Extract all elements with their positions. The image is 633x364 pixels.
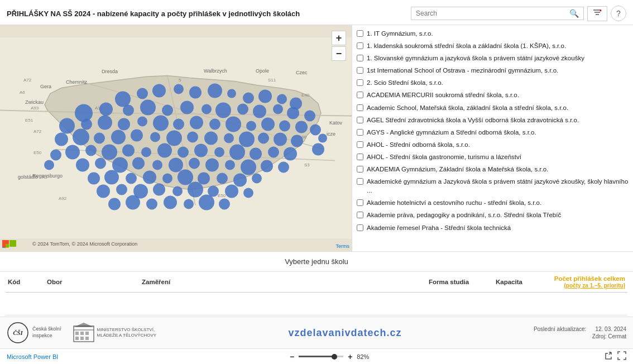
svg-point-92 [102,145,117,160]
svg-point-76 [55,133,68,146]
school-list-item[interactable]: AGYS - Anglické gymnázium a Střední odbo… [352,126,633,138]
school-checkbox[interactable] [357,55,363,61]
bottom-section: Vyberte jednu školu Kód Obor Zaměření Fo… [0,251,633,317]
svg-point-71 [226,117,241,132]
svg-text:golstádio: golstádio [18,174,38,180]
school-list-item[interactable]: 1st International School of Ostrava - me… [352,64,633,76]
share-icon[interactable] [604,351,613,362]
school-checkbox[interactable] [357,67,363,74]
svg-point-73 [261,118,275,131]
zoom-slider[interactable] [299,356,343,357]
microsoft-bing-logo [2,239,30,249]
svg-text:A72: A72 [23,78,32,83]
school-name-label: AGYS - Anglické gymnázium a Střední odbo… [367,128,536,137]
fullscreen-icon[interactable] [617,351,626,362]
school-checkbox[interactable] [357,30,363,37]
svg-point-142 [318,134,327,143]
svg-point-106 [132,157,145,170]
search-input[interactable] [416,9,569,17]
help-button[interactable]: ? [611,6,626,21]
school-list-item[interactable]: Akademie práva, pedagogiky a podnikání, … [352,209,633,221]
svg-point-144 [50,150,61,161]
school-checkbox[interactable] [357,154,363,160]
school-list-item[interactable]: AHOL - Střední škola gastronomie, turism… [352,151,633,163]
svg-rect-161 [80,337,84,340]
svg-point-70 [209,119,220,130]
zoom-decrease-button[interactable]: − [289,352,295,361]
school-checkbox[interactable] [357,42,363,49]
school-checkbox[interactable] [357,199,363,206]
school-list-item[interactable]: Akademie řemesel Praha - Střední škola t… [352,222,633,234]
school-checkbox[interactable] [357,79,363,86]
svg-text:Chemnitz: Chemnitz [66,79,88,85]
svg-point-39 [137,88,148,99]
svg-point-128 [153,184,165,196]
svg-point-77 [73,129,89,146]
svg-text:A92: A92 [59,196,67,201]
svg-point-75 [295,121,308,133]
school-checkbox[interactable] [357,178,363,185]
school-name-label: 1st International School of Ostrava - me… [367,66,558,75]
school-list-item[interactable]: AHOL - Střední odborná škola, s.r.o. [352,138,633,151]
filter-icon [592,9,602,17]
school-list-item[interactable]: 1. Slovanské gymnázium a jazyková škola … [352,52,633,64]
school-list-item[interactable]: ACADEMIA MERCURII soukromá střední škola… [352,89,633,101]
zoom-out-map-button[interactable]: − [332,46,346,61]
svg-point-118 [143,171,156,184]
school-checkbox[interactable] [357,117,363,123]
header: PŘIHLÁŠKY NA SŠ 2024 - nabízené kapacity… [0,0,633,25]
school-list-item[interactable]: Akademické gymnázium a Jazyková škola s … [352,175,633,197]
school-checkbox[interactable] [357,141,363,148]
powerbi-link[interactable]: Microsoft Power BI [7,353,58,360]
svg-point-133 [243,188,253,198]
school-checkbox[interactable] [357,129,363,136]
school-list-item[interactable]: 2. Scio Střední škola, s.r.o. [352,76,633,89]
school-list-item[interactable]: 1. IT Gymnázium, s.r.o. [352,27,633,40]
ministry-text: MINISTERSTVO ŠKOLSTVÍ, MLÁDEŽE A TĚLOVÝC… [97,327,157,338]
svg-point-52 [140,100,156,116]
source-value: Cermat [608,333,626,339]
school-list-item[interactable]: Akademie hotelnictví a cestovního ruchu … [352,197,633,209]
svg-point-84 [204,132,218,145]
svg-point-55 [202,104,212,114]
svg-point-134 [108,198,121,210]
select-message: Vyberte jednu školu [0,252,633,272]
zoom-in-map-button[interactable]: + [332,31,346,45]
svg-point-59 [273,104,283,114]
svg-point-105 [112,157,128,173]
terms-link[interactable]: Terms [336,243,350,249]
search-box: 🔍 [411,7,584,20]
footer-right: Poslední aktualizace: 12. 03. 2024 Zdroj… [534,326,626,339]
csi-logo: ČŠI Česká školní inspekce [7,322,61,344]
source-info: Zdroj: Cermat [592,333,626,339]
svg-point-122 [217,173,228,184]
zoom-slider-thumb[interactable] [332,354,337,360]
school-list-item[interactable]: Academic School, Mateřská škola, základn… [352,102,633,114]
zoom-increase-button[interactable]: + [347,352,353,361]
school-list-item[interactable]: AGEL Střední zdravotnická škola a Vyšší … [352,114,633,126]
school-checkbox[interactable] [357,224,363,231]
school-checkbox[interactable] [357,212,363,218]
svg-point-80 [131,130,143,142]
filter-button[interactable] [587,6,607,21]
school-checkbox[interactable] [357,166,363,173]
school-list-panel: 1. IT Gymnázium, s.r.o.1. kladenská souk… [352,25,633,251]
svg-text:Czec: Czec [296,70,308,75]
svg-point-114 [278,162,289,173]
school-list-item[interactable]: AKADEMIA Gymnázium, Základní škola a Mat… [352,163,633,175]
svg-point-108 [169,158,183,173]
update-date: 12. 03. 2024 [595,326,626,332]
svg-point-38 [115,92,131,107]
svg-point-104 [95,158,106,169]
svg-point-141 [310,124,321,136]
svg-point-60 [287,107,299,119]
svg-text:Zwickau: Zwickau [25,99,44,105]
school-list-item[interactable]: 1. kladenská soukromá střední škola a zá… [352,40,633,52]
search-icon[interactable]: 🔍 [569,9,579,18]
svg-point-81 [150,132,160,142]
school-checkbox[interactable] [357,104,363,111]
svg-text:ČŠI: ČŠI [13,329,23,336]
school-checkbox[interactable] [357,92,363,98]
csi-emblem: ČŠI [7,322,29,344]
svg-point-113 [261,160,273,173]
